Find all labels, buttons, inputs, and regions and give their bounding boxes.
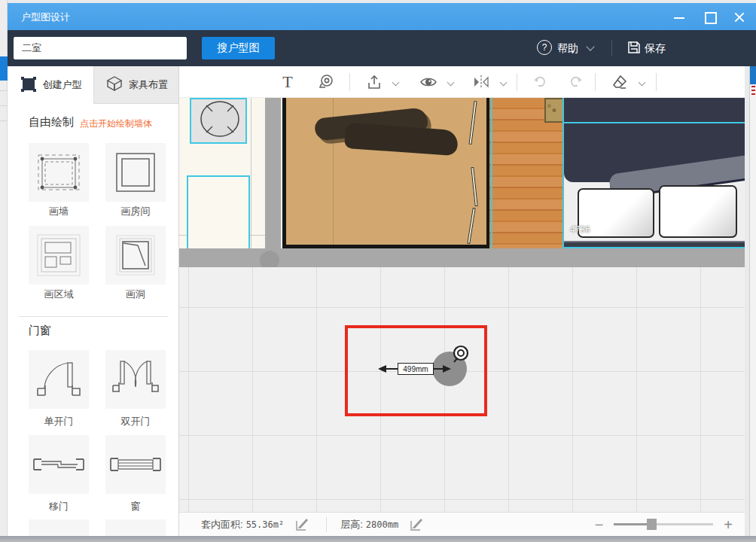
text-tool-icon: T — [282, 72, 292, 92]
edit-height-button[interactable] — [409, 517, 424, 532]
background-accent — [0, 56, 8, 81]
edit-area-button[interactable] — [294, 517, 309, 532]
double-door-icon — [111, 357, 160, 402]
tool-single-door[interactable] — [29, 350, 89, 409]
zoom-slider[interactable] — [614, 523, 713, 525]
tool-draw-wall[interactable] — [29, 143, 89, 202]
edit-icon — [409, 517, 424, 532]
stove-item[interactable] — [190, 98, 247, 144]
bed-item[interactable]: 4736 — [564, 98, 745, 248]
divider — [326, 517, 327, 532]
tab-label: 创建户型 — [43, 78, 82, 92]
canvas[interactable]: T — [179, 66, 745, 536]
minimize-button[interactable] — [668, 9, 690, 26]
help-icon[interactable]: ? — [537, 40, 552, 55]
tool-draw-area[interactable] — [29, 226, 89, 285]
measure-tool-button[interactable] — [316, 72, 336, 92]
save-icon[interactable] — [626, 40, 642, 58]
background-accent — [750, 64, 756, 84]
draw-hole-icon — [112, 233, 159, 278]
redo-icon — [567, 73, 585, 91]
tool-draw-hole[interactable] — [105, 226, 166, 285]
search-floorplan-button[interactable]: 搜户型图 — [202, 37, 275, 59]
bed-dimension-label: 4736 — [570, 224, 590, 235]
selection-line — [562, 122, 745, 123]
eye-icon — [419, 73, 438, 91]
maximize-button[interactable] — [698, 9, 721, 26]
mirror-dropdown[interactable] — [493, 72, 513, 92]
tape-measure-icon — [317, 73, 335, 91]
stove-burner-icon — [191, 99, 245, 142]
chevron-down-icon[interactable] — [586, 42, 594, 50]
export-dropdown[interactable] — [386, 72, 405, 92]
help-label[interactable]: 帮助 — [557, 42, 578, 56]
statusbar: 套内面积: 55.36m² 层高: 2800mm − + — [179, 512, 745, 536]
tool-label: 窗 — [105, 500, 166, 513]
window-title: 户型图设计 — [21, 11, 70, 24]
search-input[interactable] — [14, 37, 187, 59]
background-window-right — [749, 30, 756, 542]
zoom-out-button[interactable]: − — [595, 517, 604, 532]
rug-item[interactable] — [544, 98, 564, 123]
canvas-toolbar: T — [179, 66, 745, 98]
tool-label: 双开门 — [105, 415, 166, 428]
mirror-button[interactable] — [471, 72, 491, 92]
doors-windows-title: 门窗 — [29, 324, 51, 338]
tool-window[interactable] — [105, 435, 166, 494]
tool-double-door[interactable] — [105, 350, 166, 409]
titlebar: 户型图设计 — [8, 3, 756, 30]
create-floorplan-icon — [20, 75, 38, 96]
free-draw-title: 自由绘制 — [29, 115, 74, 129]
dimension-value: 499mm — [398, 363, 434, 375]
chevron-down-icon — [638, 78, 645, 86]
undo-button[interactable] — [530, 72, 550, 92]
tool-label: 画洞 — [105, 288, 166, 301]
tool-sliding-door[interactable] — [29, 435, 89, 494]
close-button[interactable] — [728, 9, 751, 26]
height-value: 2800mm — [366, 519, 398, 530]
start-draw-wall-link[interactable]: 点击开始绘制墙体 — [80, 117, 152, 130]
wall-joint-handle[interactable] — [260, 251, 279, 267]
selection-line — [491, 98, 492, 248]
floorplan-view[interactable]: 4736 — [179, 98, 745, 267]
tool-tile-partial[interactable] — [105, 519, 166, 536]
export-icon — [365, 73, 383, 91]
sidebar: 创建户型 家具布置 自由绘制 点击开始绘制墙体 画墙 画房间 — [8, 66, 179, 536]
wardrobe-item[interactable] — [282, 98, 489, 248]
pillow — [659, 185, 737, 238]
text-tool-button[interactable]: T — [278, 72, 297, 92]
tab-create-floorplan[interactable]: 创建户型 — [8, 66, 93, 104]
topbar: 搜户型图 ? 帮助 保存 — [8, 30, 756, 66]
chevron-down-icon — [447, 78, 454, 86]
mirror-flip-icon — [472, 73, 490, 91]
zoom-in-button[interactable]: + — [724, 517, 733, 532]
undo-icon — [531, 73, 549, 91]
height-label: 层高: — [340, 518, 363, 531]
tool-tile-partial[interactable] — [29, 519, 89, 536]
background-window-bottom — [0, 536, 756, 542]
tab-furniture-layout[interactable]: 家具布置 — [93, 66, 179, 104]
selected-region[interactable] — [187, 175, 250, 251]
tool-label: 移门 — [29, 500, 89, 513]
export-button[interactable] — [364, 72, 384, 92]
chevron-down-icon — [499, 78, 507, 86]
save-button[interactable]: 保存 — [645, 42, 666, 56]
zoom-slider-handle[interactable] — [647, 519, 657, 530]
tool-label: 单开门 — [29, 415, 89, 428]
divider — [611, 40, 612, 56]
visibility-dropdown[interactable] — [440, 72, 460, 92]
single-door-icon — [35, 357, 83, 402]
furniture-cube-icon — [105, 75, 123, 95]
tool-label: 画区域 — [29, 288, 89, 301]
area-label: 套内面积: — [201, 518, 243, 531]
tab-label: 家具布置 — [129, 78, 168, 92]
eraser-dropdown[interactable] — [632, 72, 651, 92]
visibility-button[interactable] — [419, 72, 438, 92]
area-value: 55.36m² — [246, 519, 285, 530]
tool-draw-room[interactable] — [105, 143, 166, 202]
clothes-pile — [344, 123, 459, 156]
eraser-icon — [611, 73, 629, 91]
wall-vertical[interactable] — [265, 98, 281, 251]
redo-button[interactable] — [566, 72, 586, 92]
eraser-button[interactable] — [610, 72, 629, 92]
